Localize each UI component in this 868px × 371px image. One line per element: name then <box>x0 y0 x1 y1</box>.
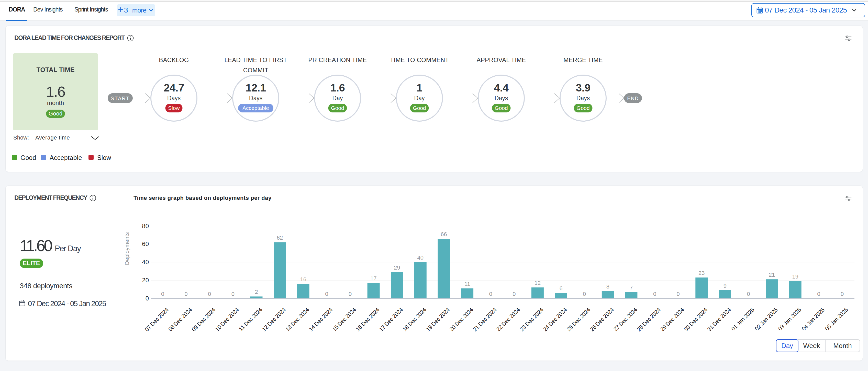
svg-text:04 Jan 2025: 04 Jan 2025 <box>801 307 826 332</box>
svg-text:05 Jan 2025: 05 Jan 2025 <box>824 307 849 332</box>
svg-text:0: 0 <box>513 291 516 297</box>
svg-text:0: 0 <box>817 291 820 297</box>
svg-text:66: 66 <box>441 231 447 237</box>
svg-text:09 Dec 2024: 09 Dec 2024 <box>190 307 217 333</box>
svg-text:Good: Good <box>413 105 426 111</box>
svg-text:0: 0 <box>161 291 164 297</box>
svg-text:PR CREATION TIME: PR CREATION TIME <box>308 57 367 63</box>
svg-text:BACKLOG: BACKLOG <box>159 57 189 63</box>
svg-text:Day: Day <box>333 95 343 101</box>
svg-text:13 Dec 2024: 13 Dec 2024 <box>284 307 310 333</box>
svg-text:16: 16 <box>300 276 306 282</box>
svg-text:0: 0 <box>208 291 211 297</box>
svg-text:4.4: 4.4 <box>494 82 509 94</box>
svg-text:9: 9 <box>723 282 726 289</box>
svg-text:24 Dec 2024: 24 Dec 2024 <box>542 307 568 333</box>
svg-text:0: 0 <box>677 291 680 297</box>
svg-text:17: 17 <box>370 275 376 281</box>
svg-text:31 Dec 2024: 31 Dec 2024 <box>706 307 732 333</box>
svg-text:0: 0 <box>653 291 656 297</box>
svg-text:12 Dec 2024: 12 Dec 2024 <box>261 307 287 333</box>
svg-text:18 Dec 2024: 18 Dec 2024 <box>401 307 427 333</box>
svg-text:10 Dec 2024: 10 Dec 2024 <box>214 307 240 333</box>
svg-text:25 Dec 2024: 25 Dec 2024 <box>565 307 592 333</box>
svg-text:8: 8 <box>607 283 610 290</box>
svg-text:40: 40 <box>417 255 424 261</box>
svg-text:0: 0 <box>489 291 492 297</box>
svg-text:01 Jan 2025: 01 Jan 2025 <box>730 307 756 332</box>
svg-text:15 Dec 2024: 15 Dec 2024 <box>331 307 357 333</box>
svg-text:17 Dec 2024: 17 Dec 2024 <box>378 307 404 333</box>
svg-text:62: 62 <box>277 235 283 241</box>
svg-text:23: 23 <box>699 270 705 276</box>
svg-text:08 Dec 2024: 08 Dec 2024 <box>167 307 193 333</box>
svg-text:07 Dec 2024: 07 Dec 2024 <box>144 307 170 333</box>
svg-text:Days: Days <box>249 95 262 101</box>
svg-text:0: 0 <box>583 291 586 297</box>
svg-text:28 Dec 2024: 28 Dec 2024 <box>636 307 662 333</box>
svg-text:START: START <box>111 96 130 101</box>
svg-text:0: 0 <box>747 291 750 297</box>
svg-text:Days: Days <box>167 95 181 101</box>
svg-text:21: 21 <box>769 272 775 278</box>
svg-text:1.6: 1.6 <box>331 82 345 94</box>
svg-text:24.7: 24.7 <box>164 82 184 94</box>
svg-text:APPROVAL TIME: APPROVAL TIME <box>477 57 526 63</box>
svg-text:60: 60 <box>142 240 149 247</box>
svg-text:26 Dec 2024: 26 Dec 2024 <box>589 307 615 333</box>
svg-text:19 Dec 2024: 19 Dec 2024 <box>425 307 451 333</box>
svg-text:27 Dec 2024: 27 Dec 2024 <box>612 307 638 333</box>
svg-text:Good: Good <box>577 105 589 111</box>
svg-text:2: 2 <box>255 289 258 295</box>
svg-text:0: 0 <box>146 295 149 302</box>
svg-text:03 Jan 2025: 03 Jan 2025 <box>777 307 803 332</box>
svg-text:0: 0 <box>231 291 235 297</box>
svg-text:16 Dec 2024: 16 Dec 2024 <box>354 307 380 333</box>
svg-text:COMMIT: COMMIT <box>243 67 269 74</box>
svg-text:30 Dec 2024: 30 Dec 2024 <box>683 307 709 333</box>
svg-text:3.9: 3.9 <box>576 82 590 94</box>
svg-text:22 Dec 2024: 22 Dec 2024 <box>495 307 521 333</box>
svg-text:END: END <box>627 96 639 101</box>
svg-text:Slow: Slow <box>168 105 180 111</box>
svg-text:0: 0 <box>841 291 844 297</box>
svg-text:TIME TO COMMENT: TIME TO COMMENT <box>390 57 449 63</box>
svg-text:80: 80 <box>142 223 149 230</box>
svg-text:29: 29 <box>394 265 400 271</box>
svg-text:MERGE TIME: MERGE TIME <box>563 57 603 63</box>
svg-text:Day: Day <box>414 95 425 101</box>
svg-text:12.1: 12.1 <box>246 82 266 94</box>
svg-text:Good: Good <box>331 105 344 111</box>
svg-text:0: 0 <box>184 291 187 297</box>
svg-text:19: 19 <box>792 273 798 280</box>
svg-text:11 Dec 2024: 11 Dec 2024 <box>238 307 264 332</box>
svg-text:29 Dec 2024: 29 Dec 2024 <box>659 307 685 333</box>
svg-text:Good: Good <box>495 105 508 111</box>
svg-text:20: 20 <box>142 277 149 283</box>
svg-text:0: 0 <box>325 291 328 297</box>
svg-text:12: 12 <box>534 280 540 286</box>
svg-text:11: 11 <box>464 281 470 287</box>
svg-text:1: 1 <box>416 82 423 94</box>
svg-text:Deployments: Deployments <box>124 232 130 265</box>
svg-text:14 Dec 2024: 14 Dec 2024 <box>308 307 334 333</box>
svg-text:6: 6 <box>559 285 562 292</box>
svg-text:20 Dec 2024: 20 Dec 2024 <box>448 307 474 333</box>
svg-text:40: 40 <box>142 259 149 266</box>
svg-text:LEAD TIME TO FIRST: LEAD TIME TO FIRST <box>224 57 287 63</box>
svg-text:7: 7 <box>630 284 633 291</box>
svg-text:Days: Days <box>577 95 590 101</box>
svg-text:0: 0 <box>348 291 352 297</box>
svg-text:Days: Days <box>495 95 508 101</box>
svg-text:23 Dec 2024: 23 Dec 2024 <box>518 307 545 333</box>
svg-text:21 Dec 2024: 21 Dec 2024 <box>472 307 498 333</box>
svg-text:02 Jan 2025: 02 Jan 2025 <box>753 307 779 332</box>
svg-text:Acceptable: Acceptable <box>243 105 269 111</box>
